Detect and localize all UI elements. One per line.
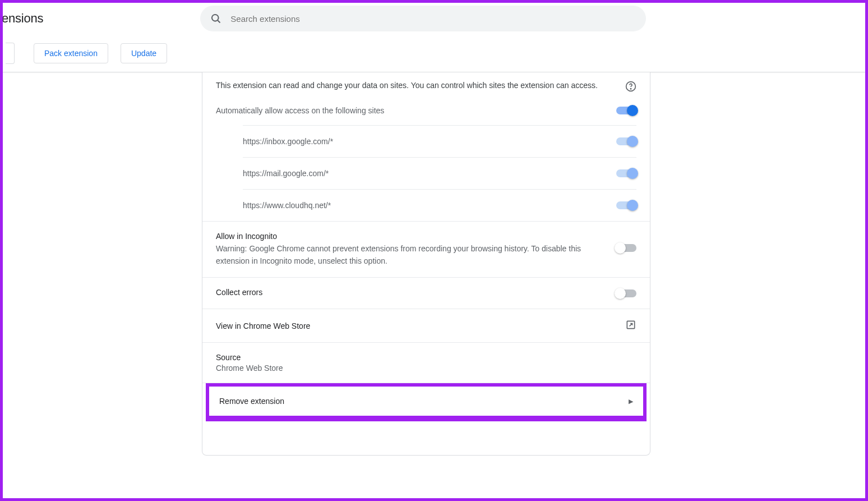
- pack-extension-button[interactable]: Pack extension: [34, 43, 108, 63]
- source-value: Chrome Web Store: [216, 364, 636, 373]
- source-row: Source Chrome Web Store: [202, 343, 650, 383]
- remove-extension-button[interactable]: Remove extension ▶: [209, 387, 643, 416]
- site-toggle[interactable]: [616, 137, 636, 145]
- collect-errors-toggle[interactable]: [616, 289, 636, 297]
- extension-detail-card: This extension can read and change your …: [202, 72, 650, 456]
- webstore-label: View in Chrome Web Store: [216, 321, 310, 330]
- external-link-icon: [625, 319, 636, 332]
- site-url: https://inbox.google.com/*: [243, 137, 333, 146]
- site-row: https://inbox.google.com/*: [243, 125, 636, 157]
- partial-button[interactable]: [6, 43, 15, 64]
- incognito-title: Allow in Incognito: [216, 232, 616, 241]
- incognito-toggle[interactable]: [616, 244, 636, 252]
- collect-errors-row: Collect errors: [202, 278, 650, 309]
- auto-allow-toggle[interactable]: [616, 107, 636, 114]
- remove-highlight: Remove extension ▶: [206, 383, 647, 421]
- remove-label: Remove extension: [219, 397, 284, 406]
- site-access-description: This extension can read and change your …: [216, 79, 616, 91]
- collect-errors-label: Collect errors: [216, 288, 262, 297]
- incognito-warning: Warning: Google Chrome cannot prevent ex…: [216, 242, 616, 267]
- svg-line-1: [218, 20, 220, 22]
- webstore-link[interactable]: View in Chrome Web Store: [202, 309, 650, 343]
- site-url: https://www.cloudhq.net/*: [243, 201, 331, 210]
- svg-point-0: [212, 15, 219, 21]
- search-box[interactable]: [200, 6, 646, 31]
- page-title: tensions: [0, 11, 43, 26]
- update-button[interactable]: Update: [121, 43, 167, 63]
- site-toggle[interactable]: [616, 169, 636, 177]
- source-label: Source: [216, 353, 636, 362]
- help-icon[interactable]: [625, 81, 636, 94]
- site-url: https://mail.google.com/*: [243, 169, 329, 178]
- auto-allow-label: Automatically allow access on the follow…: [216, 106, 384, 115]
- site-toggle[interactable]: [616, 201, 636, 209]
- search-icon: [210, 13, 221, 24]
- search-input[interactable]: [230, 14, 636, 24]
- site-list: https://inbox.google.com/* https://mail.…: [216, 125, 636, 221]
- site-row: https://www.cloudhq.net/*: [243, 189, 636, 221]
- toolbar: Pack extension Update: [3, 34, 865, 72]
- svg-point-3: [630, 89, 631, 89]
- incognito-row: Allow in Incognito Warning: Google Chrom…: [202, 222, 650, 278]
- site-row: https://mail.google.com/*: [243, 157, 636, 189]
- chevron-right-icon: ▶: [629, 398, 633, 405]
